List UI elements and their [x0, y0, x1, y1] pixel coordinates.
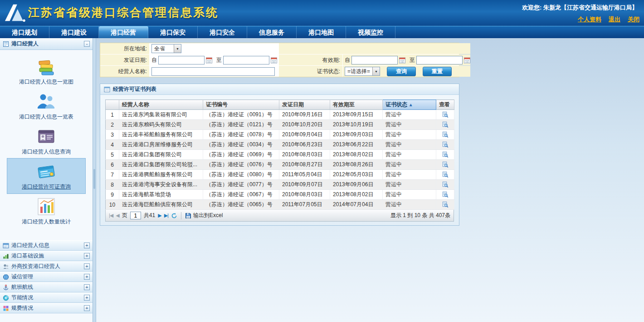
collapse-button[interactable]: - [84, 41, 90, 47]
sidebar-splitter[interactable] [93, 38, 96, 322]
nav-tab-port-operation[interactable]: 港口经营 [99, 26, 148, 39]
validity-from-input[interactable] [351, 56, 398, 64]
expand-button[interactable]: + [84, 274, 90, 280]
issue-date-from-input[interactable] [158, 56, 205, 64]
sidebar-panel-header[interactable]: 港口经营人 - [0, 38, 93, 50]
sidebar-item-3[interactable]: 港口经营人信息查询 [7, 124, 85, 159]
overview-books-icon [36, 57, 56, 77]
table-body: 1连云港东鸿集装箱有限公司（苏连）港经证（0091）号2010年09月16日20… [106, 110, 454, 210]
last-page-button[interactable]: ▶| [164, 213, 168, 218]
table-row[interactable]: 3连云港丰裕船舶服务有限公司（苏连）港经证（0078）号2010年09月04日2… [106, 130, 454, 140]
column-header-issue-date[interactable]: 发证日期 [279, 100, 330, 110]
first-page-button[interactable]: |◀ [109, 213, 113, 218]
operator-name-cell: 连云港海航基地货场 [119, 190, 203, 200]
logout-link[interactable]: 退出 [609, 16, 620, 23]
sidebar-panel-label: 港口经营人信息 [11, 242, 82, 249]
region-select[interactable]: 全省 ▼ [151, 44, 181, 53]
column-header-view[interactable]: 查看 [436, 100, 454, 110]
view-icon[interactable] [442, 181, 449, 188]
nav-tab-port-safety[interactable]: 港口安全 [198, 26, 247, 39]
view-icon[interactable] [442, 111, 449, 118]
table-row[interactable]: 9连云港海航基地货场（苏连）港经证（0067）号2010年08月03日2013年… [106, 190, 454, 200]
next-page-button[interactable]: ▶ [158, 213, 161, 218]
calendar-icon[interactable] [206, 57, 212, 64]
table-row[interactable]: 10连云港海巨船舶供应有限公司（苏连）港经证（0065）号2011年07月05日… [106, 200, 454, 210]
view-cell [436, 110, 454, 120]
sidebar-item-1[interactable]: 港口经营人信息一览图 [7, 54, 85, 89]
table-row[interactable]: 2连云港东粮码头有限公司（苏连）港经证（0121）号2010年10月20日201… [106, 120, 454, 130]
sidebar-panel-7[interactable]: 规费情况+ [0, 303, 93, 313]
refresh-icon[interactable] [171, 213, 177, 219]
nav-tab-port-map[interactable]: 港口地图 [297, 26, 346, 39]
close-link[interactable]: 关闭 [628, 16, 639, 23]
table-row[interactable]: 6连云港港口集团有限公司轮驳...（苏连）港经证（0076）号2010年08月2… [106, 160, 454, 170]
operator-name-cell: 连云港港口集团有限公司 [119, 150, 203, 160]
sidebar-panel-6[interactable]: 节能情况+ [0, 292, 93, 303]
route-icon [3, 284, 9, 291]
view-icon[interactable] [442, 121, 449, 128]
operator-name-cell: 连云港丰裕船舶服务有限公司 [119, 130, 203, 140]
calendar-icon[interactable] [399, 57, 405, 64]
nav-tab-video-monitor[interactable]: 视频监控 [346, 26, 395, 39]
sidebar-panel-5[interactable]: 航班航线+ [0, 282, 93, 292]
nav-tab-port-planning[interactable]: 港口规划 [0, 26, 49, 39]
column-header-operator-name[interactable]: 经营人名称 [119, 100, 203, 110]
sidebar-item-4[interactable]: 港口经营许可证查询 [7, 159, 85, 193]
table-row[interactable]: 1连云港东鸿集装箱有限公司（苏连）港经证（0091）号2010年09月16日20… [106, 110, 454, 120]
cert-number-cell: （苏连）港经证（0069）号 [203, 150, 279, 160]
status-select[interactable]: =请选择= ▼ [345, 67, 380, 76]
expand-button[interactable]: + [84, 295, 90, 301]
view-icon[interactable] [442, 171, 449, 178]
sidebar-panel-3[interactable]: 外商投资港口经营人+ [0, 261, 93, 272]
license-icon [36, 162, 56, 182]
operator-name-input[interactable] [151, 67, 275, 76]
export-excel-button[interactable]: 输出到Excel [185, 212, 223, 219]
column-header-valid-date[interactable]: 有效期至 [330, 100, 383, 110]
expand-button[interactable]: + [84, 305, 90, 311]
nav-tab-info-service[interactable]: 信息服务 [247, 26, 297, 39]
validity-to-input[interactable] [416, 56, 463, 64]
view-icon[interactable] [442, 151, 449, 158]
nav-tab-port-construction[interactable]: 港口建设 [49, 26, 99, 39]
expand-button[interactable]: + [84, 253, 90, 259]
sidebar-panel-2[interactable]: 港口基础设施+ [0, 251, 93, 261]
view-icon[interactable] [442, 161, 449, 168]
to-label: 至 [410, 56, 415, 64]
issue-date-to-input[interactable] [223, 56, 269, 64]
prev-page-button[interactable]: ◀ [116, 213, 119, 218]
table-row[interactable]: 4连云港港口房屋维修服务公司（苏连）港经证（0034）号2010年06月23日2… [106, 140, 454, 150]
page-number-input[interactable] [130, 212, 141, 219]
view-icon[interactable] [442, 141, 449, 148]
expand-button[interactable]: + [84, 284, 90, 290]
reset-button[interactable]: 重置 [423, 67, 452, 76]
view-cell [436, 200, 454, 210]
sidebar-panel-1[interactable]: 港口经营人信息+ [0, 240, 93, 251]
expand-button[interactable]: + [84, 243, 90, 248]
valid-date-cell: 2014年07月04日 [330, 200, 383, 210]
view-icon[interactable] [442, 201, 449, 208]
query-button[interactable]: 查询 [387, 67, 416, 76]
sidebar-item-label: 港口经营人信息查询 [22, 148, 71, 156]
view-cell [436, 150, 454, 160]
row-number: 8 [106, 180, 119, 190]
column-header-cert-status[interactable]: 证书状态 ▲ [383, 100, 436, 110]
welcome-text: 欢迎您: 朱新龙【江苏省交通运输厅港口局】 [522, 4, 638, 12]
sidebar-item-2[interactable]: 港口经营人信息一览表 [7, 89, 85, 124]
expand-button[interactable]: + [84, 263, 90, 269]
calendar-icon[interactable] [464, 57, 470, 64]
table-row[interactable]: 8连云港港湾海事安全设备有限...（苏连）港经证（0077）号2010年09月0… [106, 180, 454, 190]
table-row[interactable]: 7连云港港腾船舶服务有限公司（苏连）港经证（0080）号2011年05月04日2… [106, 170, 454, 180]
license-table-panel: 经营许可证书列表 经营人名称证书编号发证日期有效期至证书状态 ▲查看 1连云港东… [100, 84, 459, 226]
calendar-icon[interactable] [271, 57, 277, 64]
sidebar-item-5[interactable]: 港口经营人数量统计 [7, 193, 85, 228]
table-row[interactable]: 5连云港港口集团有限公司（苏连）港经证（0069）号2010年08月03日201… [106, 150, 454, 160]
sidebar-panel-4[interactable]: 诚信管理+ [0, 272, 93, 282]
nav-tab-port-security[interactable]: 港口保安 [148, 26, 198, 39]
column-header-cert-number[interactable]: 证书编号 [203, 100, 279, 110]
profile-link[interactable]: 个人资料 [578, 16, 601, 23]
operator-name-label: 经营人名称: [100, 66, 149, 77]
view-icon[interactable] [442, 191, 449, 198]
view-icon[interactable] [442, 131, 449, 138]
page: 江苏省省级港口综合管理信息系统 欢迎您: 朱新龙【江苏省交通运输厅港口局】 个人… [0, 0, 644, 322]
list-icon [104, 86, 110, 93]
